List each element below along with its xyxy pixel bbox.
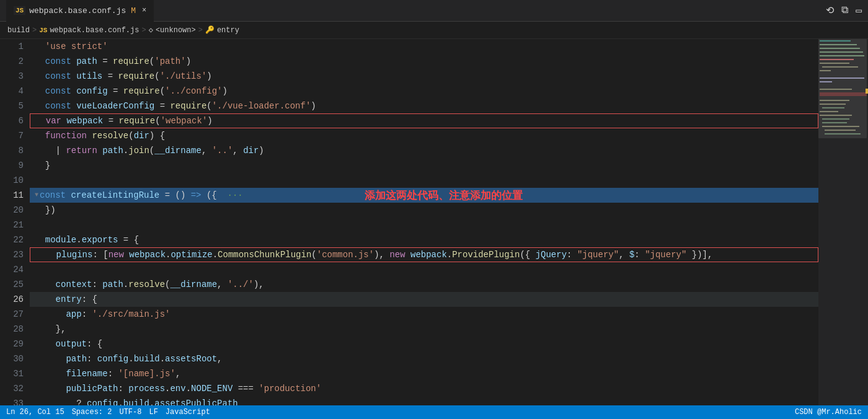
ln-1: 1 (4, 39, 24, 54)
code-token: ? (35, 396, 87, 405)
code-token: : (82, 307, 92, 322)
code-token: join (128, 143, 149, 158)
code-token: vueLoaderConfig (76, 99, 154, 113)
code-line-6: var webpack = require ( 'webpack' ) (30, 113, 818, 128)
ln-26: 26 (4, 292, 24, 307)
code-token: ( (149, 143, 154, 158)
code-token: env (170, 381, 185, 396)
code-line-3: const utils = require ( './utils' ) (30, 69, 818, 84)
minimap[interactable] (818, 39, 868, 405)
code-token (35, 247, 56, 262)
code-token: createLintingRule (71, 188, 159, 203)
code-token: => (191, 188, 202, 203)
code-token: assetsRoot (165, 351, 217, 366)
ln-9: 9 (4, 158, 24, 173)
code-token: ProvidePlugin (452, 247, 520, 262)
breadcrumb-entry[interactable]: entry (217, 26, 239, 35)
code-token: : (118, 381, 128, 396)
code-line-5: const vueLoaderConfig = require ( './vue… (30, 99, 818, 113)
code-token: resolve (128, 277, 165, 292)
code-token: assetsPublicPath (154, 396, 237, 405)
ln-21: 21 (4, 218, 24, 232)
code-token: : [ (92, 247, 108, 262)
status-left: Ln 26, Col 15 Spaces: 2 UTF-8 LF JavaScr… (6, 408, 210, 417)
breadcrumb-filename[interactable]: webpack.base.conf.js (50, 26, 139, 35)
code-token: '../' (228, 277, 254, 292)
ln-8: 8 (4, 143, 24, 158)
breadcrumb-unknown[interactable]: <unknown> (156, 26, 196, 35)
code-token: const (35, 54, 76, 69)
code-token: '..' (212, 143, 233, 158)
code-token: . (166, 247, 170, 262)
code-token: $ (629, 247, 634, 262)
code-token: ) (186, 54, 191, 69)
code-token: . (123, 277, 128, 292)
ln-5: 5 (4, 99, 24, 113)
code-token: require (118, 113, 155, 128)
title-bar: JS webpack.base.conf.js M × ⟲ ⧉ ▭ (0, 0, 868, 22)
code-token: filename (66, 366, 107, 381)
tab-close-button[interactable]: × (142, 6, 146, 15)
code-token: , (175, 366, 180, 381)
status-ln-col: Ln 26, Col 15 (6, 408, 64, 417)
code-token: . (118, 396, 123, 405)
code-token: '[name].js' (118, 366, 175, 381)
status-encoding: UTF-8 (119, 408, 141, 417)
code-token: './vue-loader.conf' (212, 99, 311, 113)
status-spaces: Spaces: 2 (72, 408, 112, 417)
code-token: const (35, 84, 76, 99)
code-token: ( (160, 84, 165, 99)
breadcrumb-build[interactable]: build (7, 26, 30, 35)
code-token: ( (154, 69, 159, 84)
line-numbers: 1 2 3 4 5 6 7 8 9 10 11 20 21 22 23 24 2… (0, 39, 30, 405)
layout-icon[interactable]: ▭ (856, 4, 862, 17)
code-token: new (108, 247, 130, 262)
code-token: '../config' (165, 84, 222, 99)
ln-33: 33 (4, 396, 24, 405)
code-token: CommonsChunkPlugin (218, 247, 311, 262)
code-token: "jquery" (645, 247, 686, 262)
code-token: const (35, 99, 76, 113)
code-line-21 (30, 218, 818, 232)
code-token: context (56, 277, 92, 292)
ln-29: 29 (4, 337, 24, 351)
code-token: return (66, 143, 102, 158)
code-token: path (102, 143, 123, 158)
code-token: ), (374, 247, 389, 262)
file-tab[interactable]: JS webpack.base.conf.js M × (6, 0, 154, 22)
breadcrumb-js-icon: JS (39, 27, 47, 34)
code-token: . (160, 351, 165, 366)
code-token: , (232, 143, 243, 158)
code-token: . (128, 351, 133, 366)
code-token (35, 381, 66, 396)
code-token: ) { (149, 128, 165, 143)
code-line-24 (30, 262, 818, 277)
code-token: ) (223, 84, 228, 99)
code-token: . (123, 143, 128, 158)
split-icon[interactable]: ⧉ (841, 4, 848, 17)
ln-10: 10 (4, 173, 24, 188)
code-token: ) (311, 99, 316, 113)
code-token: config (97, 351, 128, 366)
code-token: __dirname (154, 143, 202, 158)
code-line-31: filename : '[name].js' , (30, 366, 818, 381)
code-token: NODE_ENV (191, 381, 232, 396)
breadcrumb-key-icon: 🔑 (205, 25, 215, 35)
ln-24: 24 (4, 262, 24, 277)
history-icon[interactable]: ⟲ (826, 4, 834, 17)
minimap-svg (818, 39, 868, 405)
ln-3: 3 (4, 69, 24, 84)
code-token: ( (128, 128, 133, 143)
ln-25: 25 (4, 277, 24, 292)
window-controls: ⟲ ⧉ ▭ (826, 4, 862, 17)
code-editor[interactable]: 'use strict' const path = require ( 'pat… (30, 39, 818, 405)
code-token: ( (311, 247, 316, 262)
code-token: path (66, 351, 87, 366)
code-token: const (35, 69, 76, 84)
ln-6: 6 (4, 113, 24, 128)
code-token: , (202, 143, 212, 158)
code-line-23: plugins : [ new webpack . optimize . Com… (30, 247, 818, 262)
code-line-26: entry : { (30, 292, 818, 307)
code-token: ({ (202, 188, 228, 203)
code-token: . (213, 247, 218, 262)
